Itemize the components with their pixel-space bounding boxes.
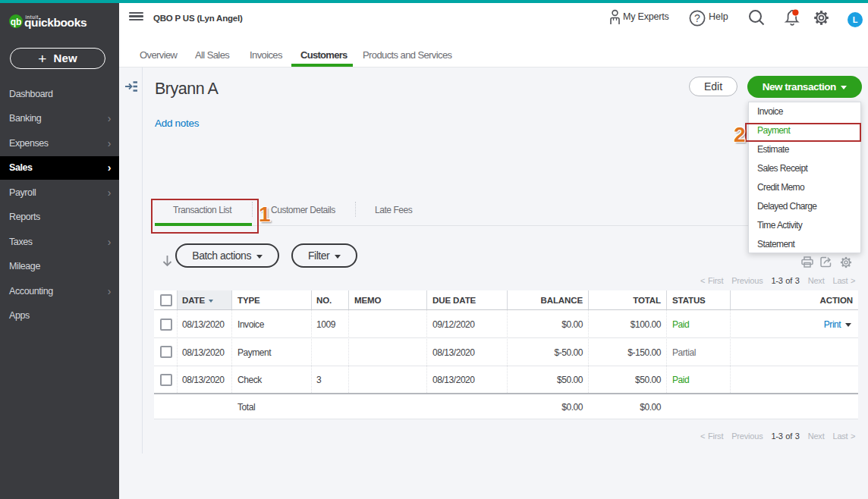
svg-text:qb: qb bbox=[11, 17, 22, 27]
svg-text:quickbooks: quickbooks bbox=[24, 16, 86, 29]
svg-text:?: ? bbox=[694, 12, 700, 24]
